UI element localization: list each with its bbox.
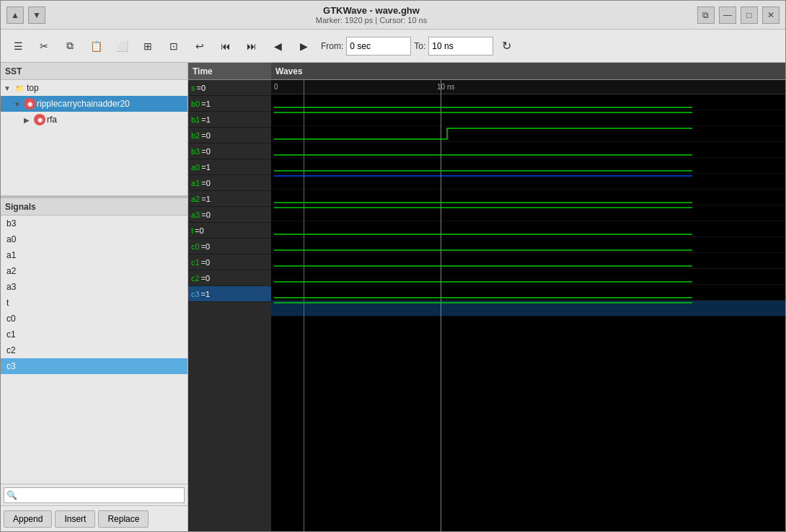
signal-names-col: Time s=0b0=1b1=1b2=0b3=0a0=1a1=0a2=1a3=0… xyxy=(188,63,271,531)
wave-row-b2[interactable] xyxy=(271,142,785,158)
window-subtitle: Marker: 1920 ps | Cursor: 10 ns xyxy=(316,16,427,25)
signal-item-b3[interactable]: b3 xyxy=(1,216,187,231)
signal-row-c0[interactable]: c0=0 xyxy=(188,239,271,254)
signal-row-b3[interactable]: b3=0 xyxy=(188,143,271,159)
wave-path-b1 xyxy=(274,128,692,139)
signal-item-t[interactable]: t xyxy=(1,295,187,311)
undo-icon[interactable]: ↩ xyxy=(188,35,211,58)
marker-line xyxy=(304,80,304,531)
tree-item-rfa[interactable]: ▶ ◉ rfa xyxy=(1,112,187,128)
title-bar-down-btn[interactable]: ▼ xyxy=(28,6,45,24)
signal-row-b0[interactable]: b0=1 xyxy=(188,96,271,112)
signal-row-a3[interactable]: a3=0 xyxy=(188,207,271,223)
signal-row-c1[interactable]: c1=0 xyxy=(188,254,271,270)
wave-svg-b0 xyxy=(271,110,785,125)
wave-row-c0[interactable] xyxy=(271,253,785,269)
main-window: ▲ ▼ GTKWave - wave.ghw Marker: 1920 ps |… xyxy=(0,0,786,532)
signal-name-c3: c3 xyxy=(191,290,200,298)
wave-row-c2[interactable] xyxy=(271,285,785,301)
toolbar: ☰ ✂ ⧉ 📋 ⬜ ⊞ ⊡ ↩ ⏮ ⏭ ◀ ▶ From: To: ↻ xyxy=(1,30,785,63)
chevron-down-icon: ▼ xyxy=(14,100,24,108)
copy-icon[interactable]: ⧉ xyxy=(58,35,81,58)
window-minimize-btn[interactable]: — xyxy=(719,6,736,24)
title-bar-up-btn[interactable]: ▲ xyxy=(6,6,24,24)
goto-start-icon[interactable]: ⏮ xyxy=(214,35,237,58)
signal-row-t[interactable]: t=0 xyxy=(188,223,271,239)
wave-svg-c2 xyxy=(271,285,785,300)
wave-row-b3[interactable] xyxy=(271,158,785,174)
signal-value-a1: =0 xyxy=(201,179,211,187)
sst-panel: SST ▼ 📁 top ▼ ◉ ripplecarrychainadder20 … xyxy=(1,63,188,531)
signal-item-c3[interactable]: c3 xyxy=(1,358,187,374)
paste-icon[interactable]: 📋 xyxy=(84,35,107,58)
select-rect-icon[interactable]: ⬜ xyxy=(110,35,133,58)
time-header: Time xyxy=(188,63,271,80)
signal-name-a2: a2 xyxy=(191,195,200,203)
signals-header: Signals xyxy=(1,198,187,216)
signal-row-c2[interactable]: c2=0 xyxy=(188,270,271,286)
wave-row-a3[interactable] xyxy=(271,221,785,237)
signal-row-s[interactable]: s=0 xyxy=(188,80,271,96)
wave-row-s[interactable] xyxy=(271,94,785,110)
from-input[interactable] xyxy=(346,37,411,56)
wave-row-a0[interactable] xyxy=(271,174,785,190)
prev-icon[interactable]: ◀ xyxy=(266,35,289,58)
signal-row-a0[interactable]: a0=1 xyxy=(188,159,271,175)
signal-item-c1[interactable]: c1 xyxy=(1,327,187,342)
wave-row-b0[interactable] xyxy=(271,110,785,126)
wave-row-t[interactable] xyxy=(271,237,785,253)
tree-label-rfa: rfa xyxy=(47,115,57,125)
signal-row-b2[interactable]: b2=0 xyxy=(188,128,271,143)
signal-item-c2[interactable]: c2 xyxy=(1,342,187,358)
signal-item-a1[interactable]: a1 xyxy=(1,247,187,263)
wave-row-c3[interactable] xyxy=(271,301,785,316)
signal-row-a1[interactable]: a1=0 xyxy=(188,175,271,191)
append-button[interactable]: Append xyxy=(4,510,52,528)
chevron-down-icon: ▼ xyxy=(4,84,14,92)
window-tile-btn[interactable]: ⧉ xyxy=(697,6,715,24)
insert-button[interactable]: Insert xyxy=(55,510,95,528)
cut-icon[interactable]: ✂ xyxy=(32,35,56,58)
signal-name-b3: b3 xyxy=(191,147,200,156)
signal-row-c3[interactable]: c3=1 xyxy=(188,286,271,302)
zoom-icon[interactable]: ⊡ xyxy=(162,35,185,58)
signal-item-c0[interactable]: c0 xyxy=(1,311,187,327)
replace-button[interactable]: Replace xyxy=(98,510,149,528)
tree-item-ripple[interactable]: ▼ ◉ ripplecarrychainadder20 xyxy=(1,96,187,112)
signal-row-b1[interactable]: b1=1 xyxy=(188,112,271,128)
signal-name-a1: a1 xyxy=(191,179,200,187)
to-input[interactable] xyxy=(428,37,493,56)
zoom-fit-icon[interactable]: ⊞ xyxy=(136,35,159,58)
menu-icon[interactable]: ☰ xyxy=(6,35,30,58)
waveform-area[interactable]: Waves 010 ns xyxy=(271,63,785,531)
signals-list[interactable]: b3a0a1a2a3tc0c1c2c3 xyxy=(1,216,187,484)
signal-item-a2[interactable]: a2 xyxy=(1,263,187,279)
tree-item-top[interactable]: ▼ 📁 top xyxy=(1,80,187,96)
wave-svg-b1 xyxy=(271,126,785,141)
waveform-canvas: 010 ns xyxy=(271,80,785,531)
wave-svg-a0 xyxy=(271,174,785,189)
refresh-icon[interactable]: ↻ xyxy=(496,36,516,56)
next-icon[interactable]: ▶ xyxy=(292,35,315,58)
wave-row-a2[interactable] xyxy=(271,205,785,221)
wave-row-b1[interactable] xyxy=(271,126,785,142)
signal-item-a0[interactable]: a0 xyxy=(1,231,187,247)
sst-label: SST xyxy=(5,66,22,76)
search-input[interactable] xyxy=(4,487,185,503)
signal-value-a0: =1 xyxy=(201,163,211,172)
chevron-right-icon: ▶ xyxy=(24,116,34,124)
signal-item-a3[interactable]: a3 xyxy=(1,279,187,295)
fast-forward-icon[interactable]: ⏭ xyxy=(240,35,263,58)
window-maximize-btn[interactable]: □ xyxy=(741,6,758,24)
signals-section: Signals b3a0a1a2a3tc0c1c2c3 🔍 Append Ins… xyxy=(1,198,187,531)
search-bar: 🔍 xyxy=(1,484,187,505)
window-close-btn[interactable]: ✕ xyxy=(762,6,780,24)
sst-tree[interactable]: ▼ 📁 top ▼ ◉ ripplecarrychainadder20 ▶ ◉ … xyxy=(1,80,187,195)
component-icon: ◉ xyxy=(24,98,35,110)
signal-name-a0: a0 xyxy=(191,163,200,172)
signal-rows-col: s=0b0=1b1=1b2=0b3=0a0=1a1=0a2=1a3=0t=0c0… xyxy=(188,80,271,302)
wave-row-c1[interactable] xyxy=(271,269,785,285)
signal-row-a2[interactable]: a2=1 xyxy=(188,191,271,207)
wave-row-a1[interactable] xyxy=(271,190,785,205)
time-axis: 010 ns xyxy=(271,80,785,94)
